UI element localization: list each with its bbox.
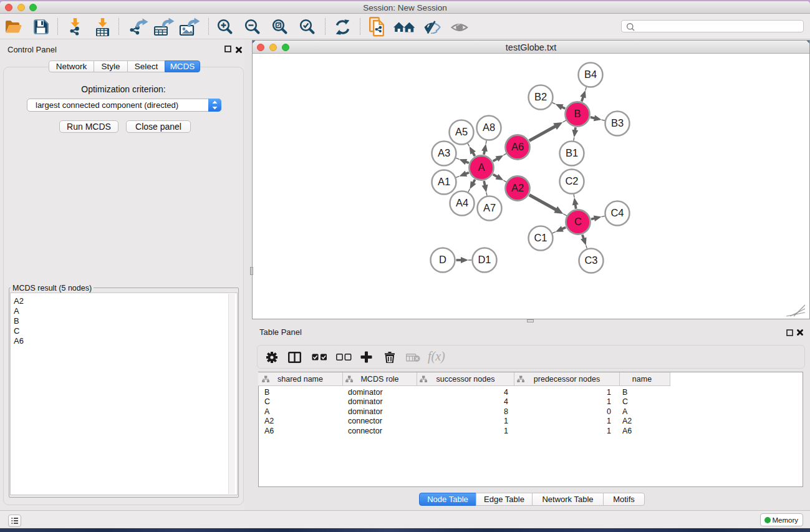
svg-text:C2: C2 bbox=[565, 175, 578, 186]
svg-text:A5: A5 bbox=[455, 126, 468, 137]
svg-text:C3: C3 bbox=[584, 254, 597, 266]
svg-text:C4: C4 bbox=[610, 207, 624, 218]
svg-text:B1: B1 bbox=[566, 147, 578, 158]
svg-text:D1: D1 bbox=[478, 254, 491, 265]
svg-text:A1: A1 bbox=[438, 176, 450, 187]
svg-text:C1: C1 bbox=[534, 232, 547, 243]
svg-text:A7: A7 bbox=[483, 202, 496, 213]
svg-text:A: A bbox=[478, 162, 485, 173]
svg-text:A8: A8 bbox=[483, 122, 495, 133]
svg-text:B2: B2 bbox=[534, 91, 547, 102]
svg-text:B4: B4 bbox=[584, 69, 597, 80]
svg-text:A2: A2 bbox=[511, 182, 524, 193]
svg-text:A4: A4 bbox=[456, 197, 468, 208]
svg-text:B: B bbox=[574, 108, 581, 119]
svg-text:C: C bbox=[574, 216, 582, 227]
svg-text:A6: A6 bbox=[511, 141, 524, 152]
svg-text:A3: A3 bbox=[438, 147, 450, 158]
svg-text:B3: B3 bbox=[611, 117, 624, 128]
svg-text:D: D bbox=[439, 254, 446, 265]
